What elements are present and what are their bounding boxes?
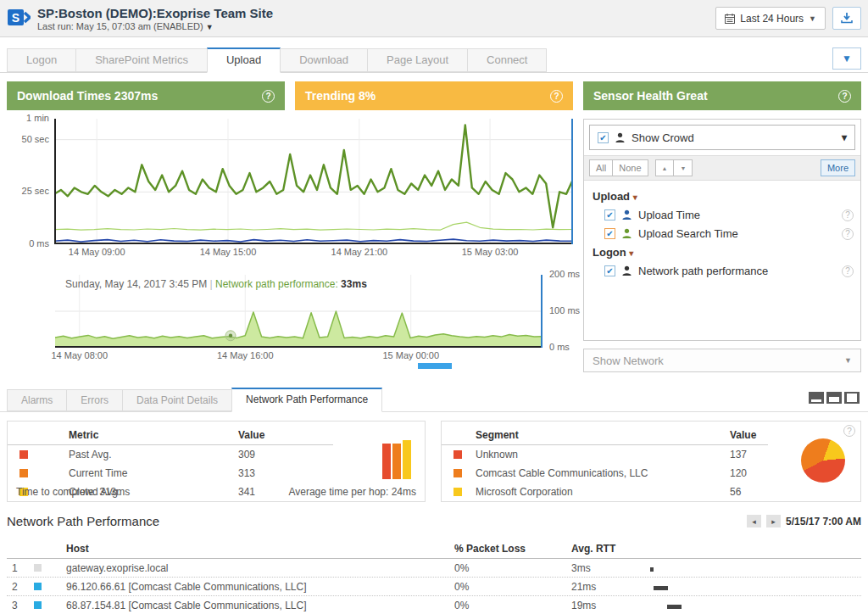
help-icon[interactable]: ? — [842, 265, 854, 277]
show-network-dropdown[interactable]: Show Network ▼ — [583, 349, 861, 372]
y-tick: 200 ms — [549, 269, 580, 279]
layout-medium-icon[interactable] — [826, 392, 842, 404]
select-all-button[interactable]: All — [589, 159, 613, 176]
date-range-button[interactable]: Last 24 Hours ▼ — [715, 7, 826, 30]
tab-upload[interactable]: Upload — [207, 47, 281, 73]
y-tick: 25 sec — [22, 186, 49, 196]
help-icon[interactable]: ? — [842, 228, 854, 240]
x-tick: 14 May 09:00 — [69, 247, 125, 257]
help-icon[interactable]: ? — [262, 90, 275, 103]
table-row[interactable]: 3 68.87.154.81 [Comcast Cable Communicat… — [7, 596, 861, 614]
x-tick: 14 May 21:00 — [331, 247, 388, 257]
avg-time-per-hop: Average time per hop: 24ms — [288, 486, 416, 498]
chevron-down-icon: ▼ — [842, 53, 852, 64]
section-title: Network Path Performance — [7, 514, 861, 528]
segment-col-header: Segment — [476, 429, 730, 441]
table-row[interactable]: 1 gateway.exoprise.local 0% 3ms — [7, 559, 861, 578]
more-button[interactable]: More — [821, 159, 855, 176]
series-label: Network path performance — [638, 265, 768, 277]
show-crowd-checkbox[interactable]: ✔ — [598, 132, 609, 143]
series-toolbar: All None ▲ ▼ More — [584, 155, 860, 181]
series-label: Upload Search Time — [638, 227, 738, 240]
y-tick: 1 min — [26, 113, 49, 123]
chevron-down-icon: ▾ — [633, 193, 637, 202]
upload-search-time-checkbox[interactable]: ✔ — [604, 228, 615, 239]
overview-plot-area[interactable]: Sunday, May 14, 2017 3:45 PM | Network p… — [55, 275, 542, 348]
y-axis-labels: 1 min 50 sec 25 sec 0 ms — [7, 119, 54, 244]
table-row: Unknown137 — [442, 445, 860, 464]
series-item-upload-time: ✔ Upload Time ? — [604, 209, 852, 221]
time-to-complete: Time to complete: 313ms — [16, 486, 130, 498]
metric-summary-card: Metric Value Past Avg.309 Current Time31… — [7, 421, 426, 502]
segment-summary-card: Segment Value Unknown137 Comcast Cable C… — [441, 421, 861, 502]
help-icon[interactable]: ? — [550, 90, 563, 103]
value-col-header: Value — [730, 429, 768, 441]
network-path-checkbox[interactable]: ✔ — [604, 265, 615, 276]
help-icon[interactable]: ? — [842, 209, 854, 221]
select-none-button[interactable]: None — [613, 159, 648, 176]
help-icon[interactable]: ? — [838, 90, 851, 103]
group-upload[interactable]: Upload ▾ — [593, 190, 852, 203]
network-path-section: Network Path Performance ◂ ▸ 5/15/17 7:0… — [7, 514, 861, 614]
sharepoint-logo-icon: S — [7, 8, 31, 28]
move-up-button[interactable]: ▲ — [655, 159, 675, 176]
scrollbar-thumb[interactable] — [418, 363, 452, 369]
download-times-label: Download Times 2307ms — [17, 89, 158, 103]
next-sample-button[interactable]: ▸ — [766, 515, 781, 527]
collapse-panel-button[interactable]: ▼ — [832, 47, 861, 70]
tab-data-point-details[interactable]: Data Point Details — [122, 389, 232, 411]
series-list: Upload ▾ ✔ Upload Time ? ✔ Upload Search… — [584, 181, 860, 340]
page-title: SP:Boston (DEMO):Exoprise Team Site — [37, 6, 273, 20]
tab-page-layout[interactable]: Page Layout — [367, 48, 468, 72]
export-button[interactable] — [832, 7, 861, 30]
x-tick: 14 May 16:00 — [217, 350, 274, 360]
tab-sharepoint-metrics[interactable]: SharePoint Metrics — [75, 48, 208, 72]
trending-panel: Trending 8% ? — [295, 81, 573, 110]
tab-logon[interactable]: Logon — [7, 48, 76, 72]
upload-time-checkbox[interactable]: ✔ — [604, 209, 615, 220]
show-crowd-dropdown[interactable]: ✔ Show Crowd ▾ — [589, 125, 855, 150]
move-down-button[interactable]: ▼ — [674, 159, 693, 176]
group-logon[interactable]: Logon ▾ — [593, 246, 852, 259]
rtt-col-header: Avg. RTT — [565, 543, 645, 555]
download-icon — [841, 13, 853, 24]
layout-large-icon[interactable] — [844, 392, 860, 404]
sensor-tabstrip: Logon SharePoint Metrics Upload Download… — [0, 47, 868, 73]
legend-swatch — [453, 488, 462, 496]
sensor-health-label: Sensor Health Great — [593, 89, 708, 103]
detail-tabstrip: Alarms Errors Data Point Details Network… — [0, 387, 868, 412]
prev-sample-button[interactable]: ◂ — [747, 515, 761, 527]
table-row[interactable]: 2 96.120.66.61 [Comcast Cable Communicat… — [7, 578, 861, 596]
chevron-down-icon: ▾ — [629, 248, 633, 258]
metric-bar-chart — [382, 438, 411, 479]
tab-network-path-performance[interactable]: Network Path Performance — [231, 388, 382, 412]
tab-alarms[interactable]: Alarms — [7, 389, 67, 411]
hop-color-swatch — [34, 601, 42, 609]
chart-time-scrollbar[interactable] — [7, 363, 573, 369]
hop-color-swatch — [34, 583, 42, 590]
legend-swatch — [19, 469, 28, 477]
loss-col-header: % Packet Loss — [454, 543, 565, 555]
layout-small-icon[interactable] — [809, 392, 824, 404]
tab-download[interactable]: Download — [280, 48, 368, 72]
hops-table: Host % Packet Loss Avg. RTT 1 gateway.ex… — [7, 539, 861, 614]
tab-connect[interactable]: Connect — [467, 48, 547, 72]
x-axis-labels: 14 May 09:00 14 May 15:00 14 May 21:00 1… — [54, 244, 573, 261]
panel-layout-switcher — [809, 392, 860, 404]
legend-swatch — [19, 450, 28, 459]
person-icon — [621, 209, 632, 220]
help-icon[interactable]: ? — [843, 425, 855, 437]
person-icon — [621, 265, 632, 276]
person-icon — [621, 228, 632, 239]
series-item-upload-search-time: ✔ Upload Search Time ? — [604, 227, 852, 240]
tab-errors[interactable]: Errors — [66, 389, 123, 411]
person-icon — [615, 132, 626, 143]
summary-panels: Download Times 2307ms ? Trending 8% ? Se… — [7, 81, 861, 110]
chart-plot-area[interactable] — [54, 119, 573, 244]
last-run-status[interactable]: Last run: May 15, 07:03 am (ENABLED) ▼ — [37, 21, 273, 31]
show-crowd-label: Show Crowd — [632, 131, 694, 144]
series-label: Upload Time — [638, 209, 700, 221]
segment-pie-chart — [801, 438, 845, 483]
calendar-icon — [725, 14, 735, 24]
trending-label: Trending 8% — [305, 89, 376, 103]
